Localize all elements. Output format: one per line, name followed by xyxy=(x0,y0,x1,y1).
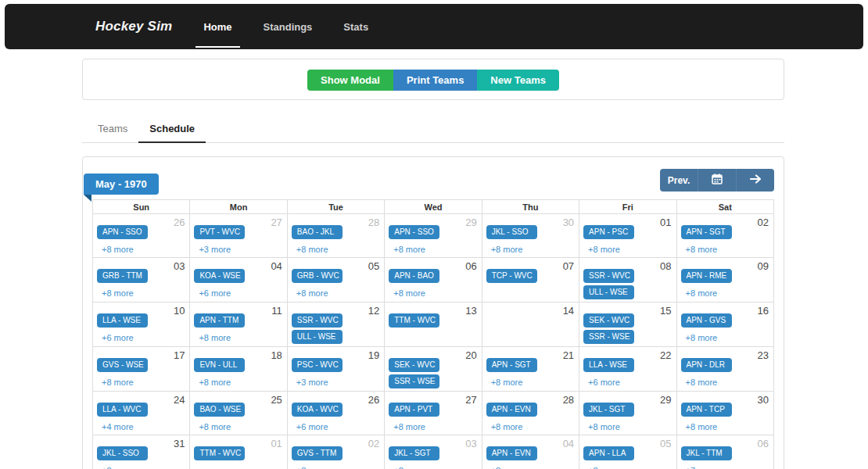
tab-schedule[interactable]: Schedule xyxy=(138,116,206,143)
more-games-link[interactable]: +8 more xyxy=(681,422,718,431)
game-chip[interactable]: APN - RME xyxy=(681,269,732,283)
game-chip[interactable]: APN - BAO xyxy=(389,269,439,283)
day-number: 11 xyxy=(271,305,282,317)
game-chip[interactable]: GRB - WVC xyxy=(292,269,343,283)
game-chip[interactable]: APN - TCP xyxy=(681,403,732,417)
more-games-link[interactable]: +8 more xyxy=(486,466,523,469)
game-chip[interactable]: APN - SSO xyxy=(97,225,148,239)
more-games-link[interactable]: +8 more xyxy=(389,466,425,469)
game-chip[interactable]: JKL - SSO xyxy=(486,225,537,239)
game-chip[interactable]: LLA - WSE xyxy=(97,313,148,328)
day-games: APN - SSO+8 more xyxy=(93,225,189,256)
game-chip[interactable]: TTM - WVC xyxy=(194,446,245,460)
more-games-link[interactable]: +6 more xyxy=(583,378,620,387)
more-games-link[interactable]: +8 more xyxy=(292,288,328,298)
more-games-link[interactable]: +8 more xyxy=(389,422,425,431)
game-chip[interactable]: JKL - SGT xyxy=(583,403,634,417)
more-games-link[interactable]: +8 more xyxy=(486,422,523,431)
game-chip[interactable]: APN - SSO xyxy=(389,225,439,239)
game-chip[interactable]: APN - EVN xyxy=(486,446,537,460)
game-chip[interactable]: APN - TTM xyxy=(194,313,245,328)
game-chip[interactable]: SEK - WVC xyxy=(583,313,634,328)
game-chip[interactable]: ULL - WSE xyxy=(292,330,343,344)
game-chip[interactable]: APN - SGT xyxy=(486,358,537,372)
more-games-link[interactable]: +8 more xyxy=(194,333,231,342)
game-chip[interactable]: BAO - JKL xyxy=(292,225,343,239)
game-chip[interactable]: KOA - WVC xyxy=(292,403,343,417)
more-games-link[interactable]: +6 more xyxy=(292,422,328,431)
game-chip[interactable]: EVN - ULL xyxy=(194,358,245,372)
nav-item-stats[interactable]: Stats xyxy=(339,16,373,38)
more-games-link[interactable]: +8 more xyxy=(97,245,134,254)
more-games-link[interactable]: +8 more xyxy=(389,288,425,298)
game-chip[interactable]: APN - DLR xyxy=(681,358,732,372)
game-chip[interactable]: APN - SGT xyxy=(681,225,732,239)
game-chip[interactable]: APN - LLA xyxy=(583,446,634,460)
brand-logo[interactable]: Hockey Sim xyxy=(95,19,172,34)
game-chip[interactable]: JKL - SGT xyxy=(389,446,439,460)
game-chip[interactable]: GRB - TTM xyxy=(97,269,148,283)
day-games: APN - SGT+8 more xyxy=(677,225,773,256)
more-games-link[interactable]: +8 more xyxy=(292,466,328,469)
nav-item-standings[interactable]: Standings xyxy=(259,16,317,38)
new-teams-button[interactable]: New Teams xyxy=(477,70,559,91)
calendar-day-cell: 22LLA - WSE+6 more xyxy=(579,347,676,392)
calendar-picker-button[interactable] xyxy=(698,169,737,192)
more-games-link[interactable]: +8 more xyxy=(583,245,620,254)
game-chip[interactable]: JKL - TTM xyxy=(681,446,732,460)
game-chip[interactable]: SEK - WVC xyxy=(389,358,439,372)
game-chip[interactable]: LLA - WSE xyxy=(583,358,634,372)
more-games-link[interactable]: +8 more xyxy=(681,378,718,387)
more-games-link[interactable]: +8 more xyxy=(97,378,134,387)
more-games-link[interactable]: +8 more xyxy=(194,378,231,387)
more-games-link[interactable]: +8 more xyxy=(583,466,620,469)
game-chip[interactable]: APN - PVT xyxy=(389,403,439,417)
game-chip[interactable]: TCP - WVC xyxy=(486,269,537,283)
more-games-link[interactable]: +8 more xyxy=(681,288,718,298)
game-chip[interactable]: APN - GVS xyxy=(681,313,732,328)
game-chip[interactable]: SSR - WSE xyxy=(389,374,439,388)
nav-item-home[interactable]: Home xyxy=(199,16,236,38)
game-chip[interactable]: PSC - WVC xyxy=(292,358,343,372)
more-games-link[interactable]: +8 more xyxy=(486,245,523,254)
game-chip[interactable]: KOA - WSE xyxy=(194,269,245,283)
more-games-link[interactable]: +8 more xyxy=(681,245,718,254)
game-chip[interactable]: GVS - TTM xyxy=(292,446,343,460)
more-games-link[interactable]: +6 more xyxy=(97,333,134,342)
next-month-button[interactable] xyxy=(737,169,774,192)
more-games-link[interactable]: +8 more xyxy=(194,422,231,431)
day-games: APN - TTM+8 more xyxy=(190,313,286,344)
more-games-link[interactable]: +8 more xyxy=(97,288,134,298)
calendar-day-cell: 05GRB - WVC+8 more xyxy=(287,258,384,303)
tab-teams[interactable]: Teams xyxy=(87,116,138,143)
game-chip[interactable]: PVT - WVC xyxy=(194,225,245,239)
more-games-link[interactable]: +4 more xyxy=(97,422,134,431)
game-chip[interactable]: SSR - WVC xyxy=(292,313,343,328)
more-games-link[interactable]: +8 more xyxy=(292,245,328,254)
more-games-link[interactable]: +8 more xyxy=(389,245,425,254)
game-chip[interactable]: LLA - WVC xyxy=(97,403,148,417)
game-chip[interactable]: TTM - WVC xyxy=(389,313,439,328)
more-games-link[interactable]: +6 more xyxy=(194,288,231,298)
more-games-link[interactable]: +3 more xyxy=(292,378,328,387)
more-games-link[interactable]: +8 more xyxy=(583,422,620,431)
print-teams-button[interactable]: Print Teams xyxy=(393,70,477,91)
game-chip[interactable]: BAO - WSE xyxy=(194,403,245,417)
prev-month-button[interactable]: Prev. xyxy=(660,169,698,192)
game-chip[interactable]: GVS - WSE xyxy=(97,358,148,372)
more-games-link[interactable]: +8 more xyxy=(486,378,523,387)
more-games-link[interactable]: +8 more xyxy=(681,333,718,342)
game-chip[interactable]: SSR - WSE xyxy=(583,330,634,344)
more-games-link[interactable]: +3 more xyxy=(194,245,231,254)
more-games-link[interactable]: +7 more xyxy=(681,466,718,469)
more-games-link[interactable]: +8 more xyxy=(97,466,134,469)
game-chip[interactable]: APN - EVN xyxy=(486,403,537,417)
game-chip[interactable]: JKL - SSO xyxy=(97,446,148,460)
day-games: APN - BAO+8 more xyxy=(385,269,481,299)
month-label-ribbon[interactable]: May - 1970 xyxy=(84,174,159,195)
game-chip[interactable]: ULL - WSE xyxy=(583,285,634,299)
game-chip[interactable]: SSR - WVC xyxy=(583,269,634,283)
day-number: 08 xyxy=(660,260,671,272)
show-modal-button[interactable]: Show Modal xyxy=(307,70,393,91)
game-chip[interactable]: APN - PSC xyxy=(583,225,634,239)
